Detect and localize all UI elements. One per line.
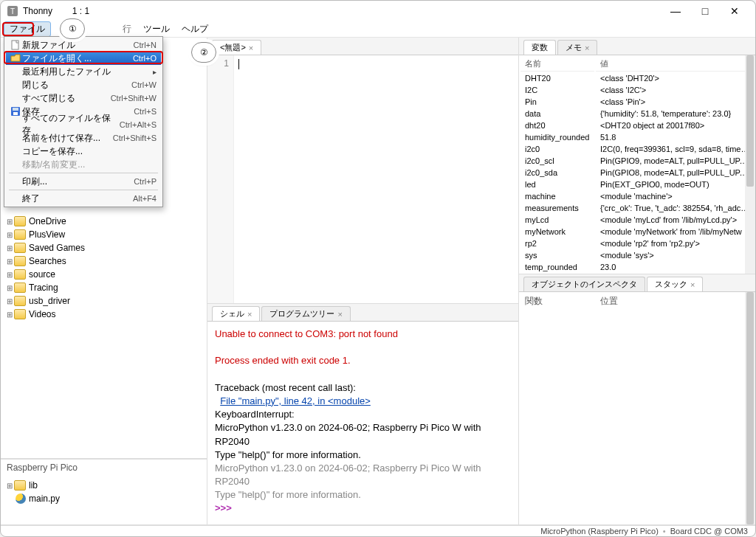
pico-main-file[interactable]: main.py: [5, 492, 202, 505]
svg-rect-5: [13, 112, 18, 115]
close-button[interactable]: ✕: [720, 1, 749, 21]
status-port[interactable]: Board CDC @ COM3: [670, 527, 748, 536]
variables-table-body[interactable]: 名前 値 DHT20<class 'DHT20'>I2C<class 'I2C'…: [519, 55, 755, 274]
var-name: measurements: [520, 203, 594, 213]
memo-tab[interactable]: メモ ×: [557, 40, 597, 55]
menu-recent-label: 最近利用したファイル: [22, 66, 153, 78]
close-tab-icon[interactable]: ×: [249, 44, 253, 52]
expand-icon[interactable]: ⊞: [5, 482, 14, 490]
menu-new-file[interactable]: 新規ファイル Ctrl+N: [6, 38, 161, 52]
pico-lib-folder[interactable]: ⊞ lib: [5, 479, 202, 492]
menu-file[interactable]: ファイル: [4, 21, 51, 37]
menu-help[interactable]: ヘルプ: [176, 21, 214, 37]
variable-row[interactable]: dht20<DHT20 object at 20017f80>: [520, 120, 754, 131]
variable-row[interactable]: i2c0_sdaPin(GPIO8, mode=ALT, pull=PULL_U…: [520, 167, 754, 178]
variable-row[interactable]: data{'humidity': 51.8, 'temperature': 23…: [520, 108, 754, 119]
expand-icon[interactable]: ⊞: [5, 297, 14, 305]
minimize-button[interactable]: —: [661, 1, 690, 21]
file-tree-item[interactable]: ⊞usb_driver: [5, 294, 202, 308]
editor-textarea[interactable]: [234, 55, 518, 303]
close-tab-icon[interactable]: ×: [690, 280, 695, 289]
expand-icon[interactable]: ⊞: [5, 231, 14, 239]
menu-save-as[interactable]: 名前を付けて保存... Ctrl+Shift+S: [6, 131, 161, 145]
pico-panel-title: Raspberry Pi Pico: [1, 460, 207, 476]
expand-icon[interactable]: ⊞: [5, 218, 14, 226]
close-tab-icon[interactable]: ×: [247, 310, 252, 319]
var-name: led: [520, 179, 594, 190]
variable-row[interactable]: i2c0_sclPin(GPIO9, mode=ALT, pull=PULL_U…: [520, 156, 754, 166]
file-tree-item[interactable]: ⊞Searches: [5, 254, 202, 268]
titlebar: T Thonny 1 : 1 — □ ✕: [1, 1, 755, 21]
menu-exit[interactable]: 終了 Alt+F4: [6, 192, 161, 205]
maximize-button[interactable]: □: [690, 1, 720, 21]
shell-prompt[interactable]: >>>: [215, 502, 511, 515]
shell-tab[interactable]: シェル ×: [212, 306, 260, 321]
shell-panel: シェル × プログラムツリー × Unable to connect to CO…: [207, 304, 518, 525]
inspector-col-func[interactable]: 関数: [520, 294, 594, 309]
shell-output[interactable]: Unable to connect to COM3: port not foun…: [207, 322, 518, 524]
variable-row[interactable]: Pin<class 'Pin'>: [520, 97, 754, 107]
var-name: sys: [520, 250, 594, 260]
expand-icon[interactable]: ⊞: [5, 284, 14, 292]
var-value: I2C(0, freq=399361, scl=9, sda=8, timeou…: [596, 144, 754, 154]
menu-close-all[interactable]: すべて閉じる Ctrl+Shift+W: [6, 91, 161, 105]
svg-rect-2: [12, 41, 18, 49]
shell-info-line: MicroPython v1.23.0 on 2024-06-02; Raspb…: [215, 421, 511, 448]
menu-move-rename[interactable]: 移動/名前変更...: [6, 158, 161, 171]
menu-print[interactable]: 印刷... Ctrl+P: [6, 175, 161, 188]
variable-row[interactable]: ledPin(EXT_GPIO0, mode=OUT): [520, 179, 754, 190]
close-tab-icon[interactable]: ×: [585, 44, 589, 52]
variable-row[interactable]: I2C<class 'I2C'>: [520, 85, 754, 95]
status-interpreter[interactable]: MicroPython (Raspberry Pi Pico): [540, 527, 659, 536]
menu-recent-files[interactable]: 最近利用したファイル ▸: [6, 65, 161, 78]
folder-label: OneDrive: [29, 216, 66, 226]
program-tree-tab[interactable]: プログラムツリー ×: [261, 306, 350, 321]
vars-col-name[interactable]: 名前: [520, 57, 594, 72]
menu-close[interactable]: 閉じる Ctrl+W: [6, 78, 161, 91]
variable-row[interactable]: measurements{'crc_ok': True, 't_adc': 38…: [520, 203, 754, 213]
var-name: i2c0: [520, 144, 594, 154]
vars-col-value[interactable]: 値: [596, 57, 754, 72]
variable-row[interactable]: humidity_rounded51.8: [520, 132, 754, 142]
file-tree-item[interactable]: ⊞source: [5, 268, 202, 281]
expand-icon[interactable]: ⊞: [5, 244, 14, 252]
scrollbar-track[interactable]: [745, 292, 755, 524]
menu-save-copy[interactable]: コピーを保存...: [6, 145, 161, 158]
pico-file-tree[interactable]: ⊞ lib main.py: [1, 476, 207, 524]
variable-row[interactable]: myLcd<module 'myLcd' from '/lib/myLcd.py…: [520, 215, 754, 225]
variable-row[interactable]: sys<module 'sys'>: [520, 250, 754, 260]
var-value: 51.8: [596, 132, 754, 142]
expand-icon[interactable]: ⊞: [5, 257, 14, 266]
file-tree-item[interactable]: ⊞PlusView: [5, 228, 202, 241]
file-tree-item[interactable]: ⊞OneDrive: [5, 215, 202, 228]
object-inspector-tab[interactable]: オブジェクトのインスペクタ: [523, 277, 645, 291]
inspector-body[interactable]: 関数 位置: [519, 292, 755, 524]
code-editor[interactable]: 1: [207, 55, 518, 303]
variable-row[interactable]: machine<module 'machine'>: [520, 191, 754, 201]
file-tree-item[interactable]: ⊞Saved Games: [5, 241, 202, 254]
variable-row[interactable]: rp2<module 'rp2' from 'rp2.py'>: [520, 238, 754, 249]
variable-row[interactable]: DHT20<class 'DHT20'>: [520, 73, 754, 83]
file-tree-item[interactable]: ⊞Videos: [5, 308, 202, 321]
menu-tools[interactable]: ツール: [137, 21, 176, 37]
variable-row[interactable]: i2c0I2C(0, freq=399361, scl=9, sda=8, ti…: [520, 144, 754, 154]
close-tab-icon[interactable]: ×: [337, 310, 342, 319]
menu-run-trunc[interactable]: 行: [117, 21, 137, 37]
expand-icon[interactable]: ⊞: [5, 271, 14, 279]
scrollbar-thumb[interactable]: [746, 292, 754, 524]
variable-row[interactable]: myNetwork<module 'myNetwork' from '/lib/…: [520, 226, 754, 237]
stack-tab[interactable]: スタック ×: [647, 277, 703, 291]
folder-label: source: [29, 269, 55, 280]
pico-panel: Raspberry Pi Pico ⊞ lib main.py: [1, 459, 207, 525]
variable-row[interactable]: temp_rounded23.0: [520, 262, 754, 272]
editor-tab-untitled[interactable]: <無題> ×: [212, 40, 261, 55]
scrollbar-thumb[interactable]: [746, 55, 754, 187]
variables-tab[interactable]: 変数: [523, 40, 556, 55]
inspector-col-pos[interactable]: 位置: [596, 294, 754, 309]
file-tree-item[interactable]: ⊞Tracing: [5, 281, 202, 294]
menu-save-all[interactable]: すべてのファイルを保存 Ctrl+Alt+S: [6, 118, 161, 131]
menu-open-file[interactable]: ファイルを開く... Ctrl+O: [6, 52, 161, 65]
expand-icon[interactable]: ⊞: [5, 311, 14, 319]
shell-traceback-link[interactable]: File "main.py", line 42, in <module>: [220, 395, 371, 406]
scrollbar-track[interactable]: [745, 55, 755, 274]
